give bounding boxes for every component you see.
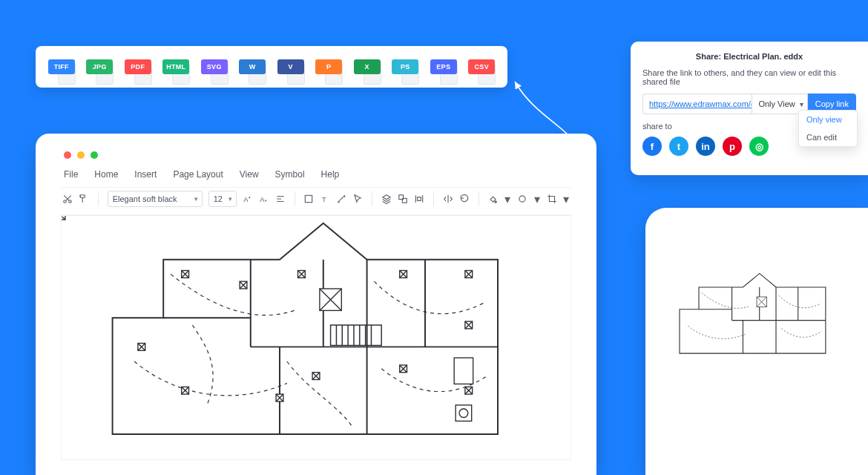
permission-option-only-view[interactable]: Only view (799, 111, 857, 128)
menu-view[interactable]: View (240, 169, 259, 180)
share-pinterest-button[interactable]: p (723, 137, 742, 156)
crop-icon[interactable] (547, 192, 557, 206)
distribute-icon[interactable] (414, 192, 424, 206)
svg-point-1 (69, 200, 72, 203)
window-controls (61, 147, 571, 166)
svg-point-11 (519, 196, 525, 202)
electrical-plan-drawing (62, 216, 571, 456)
text-tool-icon[interactable]: T (320, 192, 330, 206)
permission-selected-label: Only View (758, 99, 795, 108)
format-jpg[interactable]: JPG (83, 59, 117, 74)
svg-point-0 (64, 200, 67, 203)
menu-symbol[interactable]: Symbol (275, 169, 305, 180)
crop-caret-icon[interactable]: ▾ (563, 192, 571, 206)
share-url-field[interactable]: https://www.edrawmax.com/online/files (642, 94, 752, 114)
svg-point-17 (459, 409, 468, 418)
format-v[interactable]: V (274, 59, 308, 74)
group-icon[interactable] (398, 192, 408, 206)
menu-home[interactable]: Home (94, 169, 118, 180)
menu-insert[interactable]: Insert (134, 169, 157, 180)
format-x[interactable]: X (350, 59, 384, 74)
increase-font-icon[interactable]: A▴ (243, 192, 253, 206)
connector-icon[interactable] (336, 192, 346, 206)
menu-page-layout[interactable]: Page Layout (173, 169, 223, 180)
menu-bar: FileHomeInsertPage LayoutViewSymbolHelp (61, 166, 571, 187)
line-style-icon[interactable] (517, 192, 527, 206)
share-title: Share: Electrical Plan. eddx (642, 52, 856, 61)
menu-help[interactable]: Help (321, 169, 340, 180)
phone-preview (645, 208, 868, 475)
menu-file[interactable]: File (64, 169, 78, 180)
share-facebook-button[interactable]: f (642, 137, 662, 156)
svg-rect-15 (454, 358, 473, 384)
format-ps[interactable]: PS (389, 59, 423, 74)
cut-icon[interactable] (62, 192, 73, 206)
fill-color-caret-icon[interactable]: ▾ (504, 192, 511, 206)
share-dialog: Share: Electrical Plan. eddx Share the l… (631, 42, 868, 175)
minimize-dot-icon[interactable] (77, 151, 85, 159)
rect-shape-icon[interactable] (303, 192, 314, 206)
export-formats-card: TIFFJPGPDFHTMLSVGWVPXPSEPSCSV (36, 46, 507, 88)
format-pdf[interactable]: PDF (121, 59, 155, 74)
drawing-canvas[interactable] (61, 215, 571, 460)
arrow-to-formats (509, 76, 576, 142)
fill-color-icon[interactable] (487, 192, 498, 206)
format-w[interactable]: W (236, 59, 270, 74)
format-p[interactable]: P (312, 59, 346, 74)
svg-rect-12 (331, 325, 382, 345)
svg-point-10 (495, 201, 496, 203)
align-icon[interactable] (275, 192, 286, 206)
toolbar: A▴ A▾ T (61, 187, 571, 215)
line-style-caret-icon[interactable]: ▾ (533, 192, 541, 206)
share-line-button[interactable]: ◎ (749, 137, 769, 156)
svg-rect-6 (306, 195, 312, 202)
decrease-font-icon[interactable]: A▾ (259, 192, 269, 206)
permission-option-can-edit[interactable]: Can edit (799, 128, 857, 146)
format-painter-icon[interactable] (79, 192, 89, 206)
format-tiff[interactable]: TIFF (45, 59, 79, 74)
format-html[interactable]: HTML (160, 59, 194, 74)
format-svg[interactable]: SVG (197, 59, 231, 74)
svg-text:T: T (322, 196, 326, 203)
editor-window: FileHomeInsertPage LayoutViewSymbolHelp … (36, 134, 596, 475)
electrical-plan-drawing-mini (660, 235, 853, 398)
layers-icon[interactable] (381, 192, 392, 206)
svg-text:▴: ▴ (248, 195, 250, 199)
share-subtitle: Share the link to others, and they can v… (642, 68, 856, 86)
rotate-icon[interactable] (459, 192, 470, 206)
svg-text:▾: ▾ (264, 199, 266, 203)
flip-icon[interactable] (443, 192, 453, 206)
permission-menu: Only viewCan edit (798, 110, 858, 147)
format-csv[interactable]: CSV (465, 59, 499, 74)
share-twitter-button[interactable]: t (669, 137, 688, 156)
zoom-dot-icon[interactable] (91, 151, 98, 159)
pointer-icon[interactable] (352, 192, 363, 206)
font-family-select[interactable] (108, 191, 203, 207)
format-eps[interactable]: EPS (427, 59, 461, 74)
close-dot-icon[interactable] (64, 151, 71, 159)
share-linkedin-button[interactable]: in (696, 137, 715, 156)
font-size-select[interactable] (208, 191, 237, 207)
